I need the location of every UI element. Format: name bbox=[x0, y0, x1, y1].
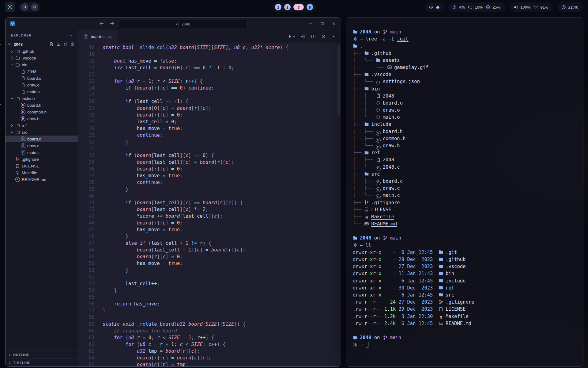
explorer-item-include[interactable]: include bbox=[6, 95, 78, 102]
close-editor-icon[interactable] bbox=[321, 34, 326, 39]
weather-widget[interactable] bbox=[425, 2, 444, 12]
code-line-34[interactable]: 34 if (board[last_cell][c] == 0) { bbox=[78, 152, 341, 159]
code-line-29[interactable]: 29 last_cell = 0; bbox=[78, 118, 341, 125]
media-next-button[interactable] bbox=[31, 3, 38, 11]
explorer-item-README.md[interactable]: iREADME.md bbox=[6, 176, 78, 183]
editor-titlebar[interactable]: 2048 bbox=[6, 17, 341, 30]
code-line-41[interactable]: 41 if (board[last_cell][c] == board[r][c… bbox=[78, 199, 341, 206]
code-line-21[interactable]: 21 i32 last_cell = board[0][c] == 0 ? -1… bbox=[78, 64, 341, 71]
code-line-52[interactable]: 52 bbox=[78, 274, 341, 280]
code-line-23[interactable]: 23 for (u8 r = 1; r < SIZE; r++) { bbox=[78, 78, 341, 85]
audio-network-widget[interactable]: 100% 91% bbox=[510, 2, 553, 12]
code-line-44[interactable]: 44 board[r][c] = 0; bbox=[78, 220, 341, 226]
workspace-3[interactable]: 3 bbox=[293, 4, 304, 10]
explorer-item-src[interactable]: src bbox=[6, 129, 78, 136]
code-line-33[interactable]: 33 bbox=[78, 145, 341, 152]
code-line-43[interactable]: 43 *score += board[last_cell][c]; bbox=[78, 213, 341, 220]
explorer-item-.vscode[interactable]: .vscode bbox=[6, 55, 78, 61]
code-line-40[interactable]: 40 bbox=[78, 193, 341, 199]
code-line-26[interactable]: 26 if (last_cell == -1) { bbox=[78, 98, 341, 105]
explorer-item-draw.o[interactable]: draw.o bbox=[6, 82, 78, 88]
nav-forward-icon[interactable] bbox=[110, 21, 115, 26]
code-line-54[interactable]: 54 } bbox=[78, 287, 341, 294]
explorer-item-main.c[interactable]: Cmain.c bbox=[6, 149, 78, 156]
code-line-48[interactable]: 48 board[last_cell + 1][c] = board[r][c]… bbox=[78, 247, 341, 253]
terminal-cursor[interactable] bbox=[366, 342, 368, 347]
collapse-all-icon[interactable] bbox=[70, 42, 75, 46]
code-line-45[interactable]: 45 has_move = true; bbox=[78, 226, 341, 233]
code-line-27[interactable]: 27 board[0][c] = board[r][c]; bbox=[78, 105, 341, 112]
scrollbar-thumb[interactable] bbox=[337, 45, 340, 116]
code-line-20[interactable]: 20 bool has_move = false; bbox=[78, 58, 341, 64]
settings-gear-icon[interactable] bbox=[301, 34, 306, 39]
outline-section[interactable]: OUTLINE bbox=[6, 351, 78, 358]
code-line-32[interactable]: 32 } bbox=[78, 139, 341, 145]
run-button[interactable] bbox=[288, 34, 296, 39]
code-line-31[interactable]: 31 continue; bbox=[78, 132, 341, 139]
code-line-38[interactable]: 38 continue; bbox=[78, 179, 341, 186]
workspace-8[interactable]: 8 bbox=[307, 4, 313, 10]
code-line-53[interactable]: 53 last_cell++; bbox=[78, 280, 341, 287]
refresh-icon[interactable] bbox=[63, 42, 68, 46]
code-line-59[interactable]: 59static void _rotate_board(u32 board[SI… bbox=[78, 321, 341, 328]
maximize-button[interactable] bbox=[320, 21, 324, 26]
explorer-item-board.c[interactable]: Cboard.c bbox=[6, 136, 78, 142]
code-line-25[interactable]: 25 bbox=[78, 91, 341, 98]
code-line-18[interactable]: 18static bool _slide_col(u32 board[SIZE]… bbox=[78, 44, 341, 51]
explorer-item-.github[interactable]: .github bbox=[6, 48, 78, 55]
code-line-24[interactable]: 24 if (board[r][c] == 0) continue; bbox=[78, 85, 341, 91]
code-line-42[interactable]: 42 board[last_cell][c] *= 2; bbox=[78, 206, 341, 213]
split-editor-icon[interactable] bbox=[311, 34, 316, 39]
explorer-item-draw.h[interactable]: Hdraw.h bbox=[6, 115, 78, 122]
explorer-item-ref[interactable]: ref bbox=[6, 122, 78, 129]
code-line-47[interactable]: 47 else if (last_cell + 1 != r) { bbox=[78, 240, 341, 247]
explorer-item-LICENSE[interactable]: LICENSE bbox=[6, 163, 78, 169]
terminal-window[interactable]: 2048 on main→ tree -a -I .git.├── .githu… bbox=[346, 17, 583, 367]
code-line-22[interactable]: 22 bbox=[78, 71, 341, 78]
code-line-36[interactable]: 36 board[r][c] = 0; bbox=[78, 166, 341, 172]
tab-board.c[interactable]: C board.c src bbox=[78, 30, 118, 43]
code-line-63[interactable]: 63 u32 tmp = board[r][c]; bbox=[78, 348, 341, 355]
explorer-item-board.h[interactable]: Hboard.h bbox=[6, 102, 78, 109]
code-editor[interactable]: 18static bool _slide_col(u32 board[SIZE]… bbox=[78, 43, 341, 366]
new-folder-icon[interactable] bbox=[56, 42, 61, 46]
code-line-57[interactable]: 57} bbox=[78, 307, 341, 314]
code-line-46[interactable]: 46 } bbox=[78, 233, 341, 240]
code-line-28[interactable]: 28 board[r][c] = 0; bbox=[78, 112, 341, 118]
workspace-2[interactable]: 2 bbox=[284, 4, 291, 10]
explorer-item-board.o[interactable]: board.o bbox=[6, 75, 78, 82]
timeline-section[interactable]: TIMELINE bbox=[6, 358, 78, 366]
code-line-51[interactable]: 51 } bbox=[78, 267, 341, 274]
code-line-62[interactable]: 62 for (u8 c = r + 1; c < SIZE; c++) { bbox=[78, 341, 341, 348]
code-line-49[interactable]: 49 board[r][c] = 0; bbox=[78, 253, 341, 260]
code-line-55[interactable]: 55 bbox=[78, 294, 341, 301]
new-file-icon[interactable] bbox=[49, 42, 54, 46]
clock-widget[interactable]: 21:46 bbox=[557, 2, 583, 12]
media-prev-button[interactable] bbox=[21, 3, 28, 11]
code-line-50[interactable]: 50 has_move = true; bbox=[78, 260, 341, 267]
explorer-item-.gitignore[interactable]: .gitignore bbox=[6, 156, 78, 163]
code-line-58[interactable]: 58 bbox=[78, 314, 341, 321]
explorer-item-Makefile[interactable]: Makefile bbox=[6, 169, 78, 176]
terminal-command[interactable]: → bbox=[353, 341, 578, 348]
code-line-30[interactable]: 30 has_move = true; bbox=[78, 125, 341, 132]
explorer-item-common.h[interactable]: Hcommon.h bbox=[6, 109, 78, 115]
code-line-39[interactable]: 39 } bbox=[78, 186, 341, 193]
code-line-19[interactable]: 19 bbox=[78, 51, 341, 58]
code-line-61[interactable]: 61 for (u8 r = 0; r < SIZE - 1; r++) { bbox=[78, 334, 341, 341]
code-line-35[interactable]: 35 board[last_cell][c] = board[r][c]; bbox=[78, 159, 341, 166]
explorer-item-draw.c[interactable]: Cdraw.c bbox=[6, 142, 78, 149]
nav-back-icon[interactable] bbox=[99, 21, 104, 26]
code-line-60[interactable]: 60 // transpose the board bbox=[78, 328, 341, 334]
explorer-root[interactable]: 2048 bbox=[6, 40, 78, 48]
more-actions-icon[interactable] bbox=[331, 34, 336, 39]
explorer-item-bin[interactable]: bin bbox=[6, 61, 78, 68]
code-line-37[interactable]: 37 has_move = true; bbox=[78, 172, 341, 179]
code-line-56[interactable]: 56 return has_move; bbox=[78, 301, 341, 307]
code-line-65[interactable]: 65 board[c][r] = tmp; bbox=[78, 361, 341, 366]
close-button[interactable] bbox=[332, 21, 336, 26]
more-actions-icon[interactable] bbox=[68, 33, 72, 37]
explorer-item-2048[interactable]: 2048 bbox=[6, 68, 78, 75]
minimize-button[interactable] bbox=[308, 21, 313, 26]
launcher-button[interactable] bbox=[5, 2, 15, 12]
